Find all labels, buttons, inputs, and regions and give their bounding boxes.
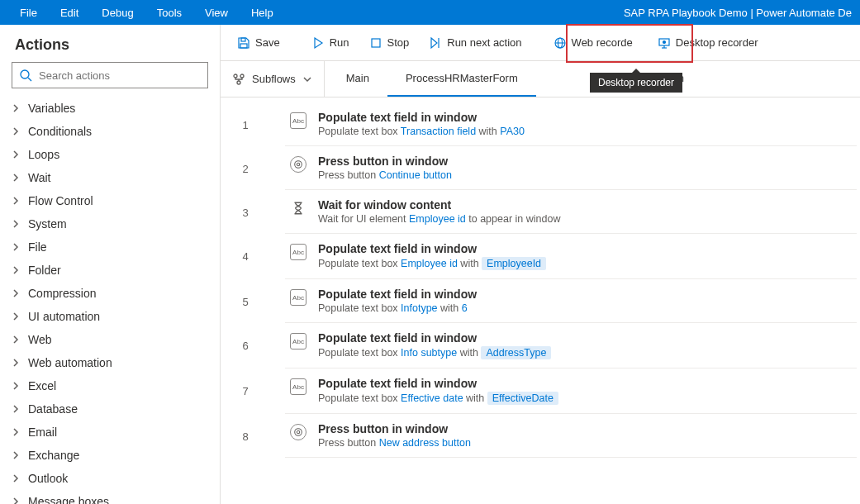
category-email[interactable]: Email: [0, 421, 220, 444]
actions-category-list: VariablesConditionalsLoopsWaitFlow Contr…: [0, 97, 220, 504]
flow-step[interactable]: 3Wait for window contentWait for UI elem…: [221, 190, 860, 234]
step-description: Populate text box Effective date with Ef…: [318, 392, 852, 405]
step-title: Populate text field in window: [318, 242, 852, 255]
chevron-right-icon: [12, 359, 20, 367]
step-number: 8: [221, 414, 270, 458]
variable-chip[interactable]: EffectiveDate: [487, 392, 558, 405]
web-recorder-button[interactable]: Web recorde: [545, 31, 641, 55]
category-folder[interactable]: Folder: [0, 259, 220, 282]
flow-step[interactable]: 7AbcPopulate text field in windowPopulat…: [221, 368, 860, 414]
chevron-right-icon: [12, 150, 20, 159]
category-label: Excel: [28, 379, 56, 392]
flow-step[interactable]: 8Press button in windowPress button New …: [221, 414, 860, 458]
desktop-recorder-tooltip: Desktop recorder: [590, 73, 682, 93]
chevron-right-icon: [12, 243, 20, 251]
category-excel[interactable]: Excel: [0, 374, 220, 397]
actions-sidebar: Actions VariablesConditionalsLoopsWaitFl…: [0, 25, 221, 504]
flow-step[interactable]: 1AbcPopulate text field in windowPopulat…: [221, 102, 860, 146]
step-title: Press button in window: [318, 155, 852, 168]
svg-point-15: [234, 74, 237, 78]
category-label: Wait: [28, 171, 50, 184]
step-link[interactable]: Info subtype: [401, 347, 457, 359]
category-web-automation[interactable]: Web automation: [0, 351, 220, 374]
variable-chip[interactable]: EmployeeId: [482, 257, 546, 270]
step-link[interactable]: Infotype: [401, 302, 437, 314]
search-actions-box[interactable]: [12, 62, 208, 88]
step-link[interactable]: Continue button: [379, 169, 452, 181]
menu-file[interactable]: File: [8, 0, 49, 25]
step-link[interactable]: Employee id: [409, 213, 466, 225]
chevron-right-icon: [12, 266, 20, 274]
step-link[interactable]: PA30: [500, 126, 525, 137]
chevron-right-icon: [12, 127, 20, 136]
step-link[interactable]: 6: [462, 302, 468, 314]
subflows-label: Subflows: [252, 73, 296, 85]
step-number: 4: [221, 234, 270, 279]
category-wait[interactable]: Wait: [0, 166, 220, 189]
category-database[interactable]: Database: [0, 397, 220, 421]
textfield-icon: Abc: [290, 378, 306, 395]
desktop-recorder-button[interactable]: Desktop recorder: [644, 31, 772, 55]
step-link[interactable]: Employee id: [401, 258, 458, 269]
step-link[interactable]: Transaction field: [401, 126, 476, 137]
textfield-icon: Abc: [290, 333, 306, 349]
category-compression[interactable]: Compression: [0, 282, 220, 305]
textfield-icon: Abc: [290, 289, 306, 306]
category-label: Email: [28, 426, 57, 439]
search-input[interactable]: [39, 69, 201, 82]
menu-help[interactable]: Help: [240, 0, 285, 25]
tab-main[interactable]: Main: [328, 61, 387, 97]
main-area: Save Run Stop Run next action: [221, 25, 860, 504]
flow-step[interactable]: 2Press button in windowPress button Cont…: [221, 146, 860, 190]
step-number: 7: [221, 368, 270, 414]
stop-button[interactable]: Stop: [361, 31, 418, 55]
category-system[interactable]: System: [0, 212, 220, 235]
category-file[interactable]: File: [0, 235, 220, 259]
variable-chip[interactable]: AddressType: [481, 346, 551, 359]
step-link[interactable]: New address button: [379, 437, 471, 449]
category-label: Conditionals: [28, 125, 92, 138]
flow-step[interactable]: 4AbcPopulate text field in windowPopulat…: [221, 234, 860, 279]
menu-view[interactable]: View: [193, 0, 240, 25]
button-press-icon: [290, 424, 306, 440]
web-recorder-label: Web recorde: [572, 36, 633, 49]
stop-icon: [369, 36, 382, 50]
category-ui-automation[interactable]: UI automation: [0, 305, 220, 328]
category-exchange[interactable]: Exchange: [0, 444, 220, 467]
tab-process-hr-master-form[interactable]: ProcessHRMasterForm: [387, 61, 536, 97]
step-title: Populate text field in window: [318, 288, 852, 301]
category-web[interactable]: Web: [0, 328, 220, 351]
menu-debug[interactable]: Debug: [90, 0, 145, 25]
svg-line-1: [28, 78, 31, 81]
save-button[interactable]: Save: [229, 31, 288, 55]
chevron-right-icon: [12, 289, 20, 297]
run-next-button[interactable]: Run next action: [420, 31, 530, 55]
step-icon: [429, 36, 442, 50]
step-number: 1: [221, 102, 270, 146]
sidebar-header: Actions: [0, 25, 220, 62]
menu-edit[interactable]: Edit: [49, 0, 90, 25]
category-conditionals[interactable]: Conditionals: [0, 120, 220, 143]
step-link[interactable]: Effective date: [401, 392, 463, 404]
svg-rect-3: [240, 44, 247, 48]
category-loops[interactable]: Loops: [0, 143, 220, 166]
run-next-label: Run next action: [447, 36, 521, 49]
menu-tools[interactable]: Tools: [145, 0, 193, 25]
category-label: Web automation: [28, 356, 112, 369]
subflows-dropdown[interactable]: Subflows: [221, 61, 325, 97]
step-title: Press button in window: [318, 422, 852, 435]
category-flow-control[interactable]: Flow Control: [0, 189, 220, 212]
svg-point-20: [295, 429, 302, 436]
flow-step[interactable]: 5AbcPopulate text field in windowPopulat…: [221, 279, 860, 323]
category-variables[interactable]: Variables: [0, 97, 220, 120]
chevron-right-icon: [12, 220, 20, 228]
step-number: 5: [221, 279, 270, 323]
category-message-boxes[interactable]: Message boxes: [0, 490, 220, 504]
run-button[interactable]: Run: [303, 31, 358, 55]
category-outlook[interactable]: Outlook: [0, 467, 220, 490]
category-label: Web: [28, 333, 52, 346]
chevron-down-icon: [302, 74, 312, 84]
flow-step[interactable]: 6AbcPopulate text field in windowPopulat…: [221, 323, 860, 368]
save-icon: [237, 36, 250, 50]
svg-marker-4: [315, 38, 322, 48]
